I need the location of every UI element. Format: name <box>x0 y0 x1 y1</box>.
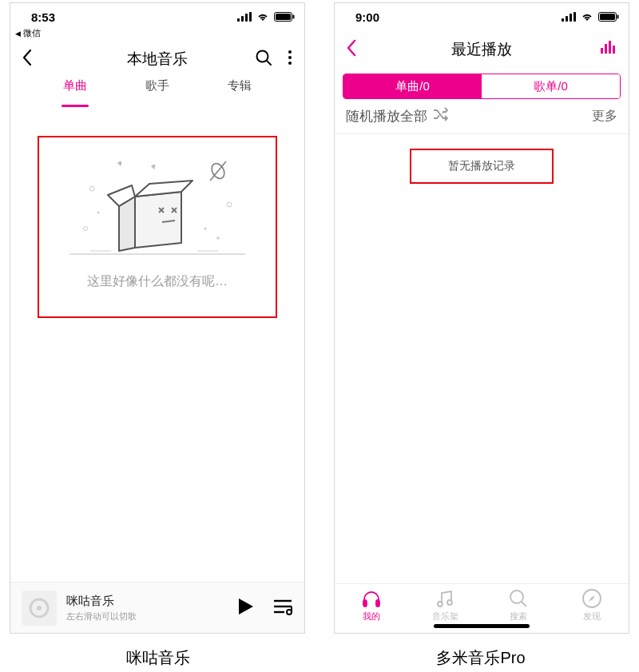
signal-icon <box>562 12 576 22</box>
svg-rect-53 <box>376 600 379 606</box>
wifi-icon <box>256 12 269 22</box>
seg-songs[interactable]: 单曲/0 <box>343 74 482 98</box>
svg-rect-3 <box>249 12 252 22</box>
nav-bar: 最近播放 <box>335 30 629 69</box>
search-icon <box>508 588 529 609</box>
svg-rect-0 <box>237 18 240 22</box>
svg-rect-44 <box>574 12 576 22</box>
tab-library[interactable]: 音乐架 <box>408 584 482 626</box>
tab-label: 搜索 <box>510 610 527 622</box>
tab-songs[interactable]: 单曲 <box>34 78 117 107</box>
highlight-box: 暂无播放记录 <box>410 149 554 184</box>
svg-point-9 <box>288 50 292 54</box>
svg-rect-1 <box>241 16 244 22</box>
music-note-icon <box>435 588 455 609</box>
player-subtitle: 左右滑动可以切歌 <box>66 610 137 622</box>
svg-marker-35 <box>239 598 253 614</box>
battery-icon <box>274 12 295 22</box>
seg-playlists[interactable]: 歌单/0 <box>482 74 620 98</box>
tab-label: 音乐架 <box>432 610 458 622</box>
caption-left: 咪咕音乐 <box>10 647 307 669</box>
svg-point-30 <box>216 237 220 240</box>
svg-rect-41 <box>562 18 564 22</box>
svg-point-11 <box>288 62 292 65</box>
more-icon[interactable] <box>287 49 293 70</box>
empty-box-illustration <box>62 149 253 268</box>
svg-line-8 <box>267 61 271 65</box>
svg-rect-49 <box>605 44 607 54</box>
svg-marker-15 <box>135 192 181 248</box>
back-to-app[interactable]: 微信 <box>15 27 41 39</box>
tab-search[interactable]: 搜索 <box>482 584 555 626</box>
wifi-icon <box>581 12 593 22</box>
caption-right: 多米音乐Pro <box>332 647 629 669</box>
play-icon[interactable] <box>237 597 255 619</box>
svg-rect-5 <box>276 14 291 20</box>
back-icon[interactable] <box>22 49 33 70</box>
compass-icon <box>581 588 602 609</box>
tab-mine[interactable]: 我的 <box>335 584 408 626</box>
tab-label: 我的 <box>363 610 380 622</box>
svg-rect-46 <box>600 14 615 20</box>
shuffle-icon <box>432 107 450 125</box>
svg-rect-42 <box>566 16 568 22</box>
signal-icon <box>237 12 252 22</box>
svg-rect-50 <box>609 41 611 54</box>
svg-rect-52 <box>363 600 367 606</box>
svg-rect-47 <box>617 15 619 19</box>
empty-text: 暂无播放记录 <box>448 159 515 173</box>
svg-rect-43 <box>570 14 572 22</box>
status-time: 9:00 <box>355 10 379 24</box>
svg-point-31 <box>97 212 100 214</box>
svg-rect-51 <box>613 46 615 54</box>
battery-icon <box>598 12 619 22</box>
segmented-control: 单曲/0 歌单/0 <box>343 74 621 99</box>
shuffle-label: 随机播放全部 <box>346 107 427 125</box>
empty-text: 这里好像什么都没有呢… <box>87 273 228 290</box>
svg-point-34 <box>37 606 42 610</box>
svg-line-57 <box>522 602 526 606</box>
home-indicator <box>434 624 530 628</box>
status-bar: 9:00 <box>335 3 629 30</box>
back-icon[interactable] <box>346 39 357 60</box>
page-title: 最近播放 <box>335 39 629 60</box>
svg-rect-6 <box>293 15 295 19</box>
migu-phone: 8:53 微信 本地音乐 <box>10 2 305 634</box>
svg-marker-59 <box>589 595 595 602</box>
player-texts: 咪咕音乐 左右滑动可以切歌 <box>66 594 137 622</box>
svg-point-54 <box>438 602 443 606</box>
svg-point-29 <box>84 227 88 231</box>
svg-point-55 <box>447 600 452 605</box>
now-playing-bar[interactable]: 咪咕音乐 左右滑动可以切歌 <box>10 582 304 633</box>
svg-point-27 <box>89 186 94 191</box>
player-title: 咪咕音乐 <box>66 594 137 609</box>
svg-point-56 <box>510 590 523 603</box>
tab-artists[interactable]: 歌手 <box>117 78 199 107</box>
svg-point-32 <box>204 228 207 230</box>
status-right-icons <box>237 12 295 22</box>
status-right-icons <box>562 12 619 22</box>
tab-label: 发现 <box>583 610 601 622</box>
tab-albums[interactable]: 专辑 <box>198 78 280 107</box>
equalizer-icon[interactable] <box>600 41 617 58</box>
more-button[interactable]: 更多 <box>592 108 617 125</box>
svg-point-28 <box>227 202 232 207</box>
duomi-phone: 9:00 最近播放 单曲/0 歌单/0 <box>334 2 629 634</box>
search-icon[interactable] <box>255 49 272 70</box>
svg-marker-17 <box>135 181 192 197</box>
album-art-placeholder <box>22 590 57 626</box>
category-tabs: 单曲 歌手 专辑 <box>10 78 304 107</box>
highlight-box: 这里好像什么都没有呢… <box>38 136 277 318</box>
status-bar: 8:53 微信 <box>10 3 304 30</box>
tab-discover[interactable]: 发现 <box>555 584 629 626</box>
svg-rect-48 <box>601 48 603 54</box>
svg-rect-2 <box>245 14 248 22</box>
status-time: 8:53 <box>31 10 55 24</box>
playlist-icon[interactable] <box>272 598 293 618</box>
svg-point-10 <box>288 56 292 59</box>
shuffle-row[interactable]: 随机播放全部 更多 <box>335 99 629 134</box>
headphones-icon <box>361 588 382 609</box>
nav-bar: 本地音乐 <box>10 40 304 78</box>
